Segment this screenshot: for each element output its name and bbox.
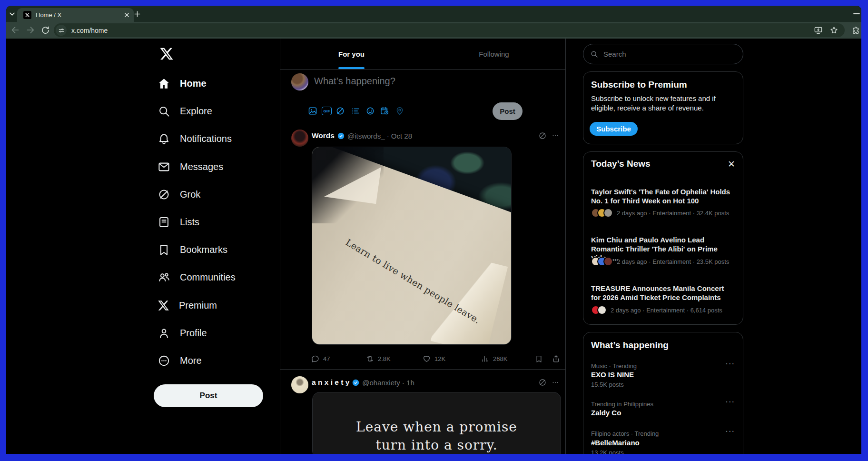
tweet1-header[interactable]: Words @itswords_ · Oct 28: [312, 131, 412, 140]
news-item-meta-row[interactable]: 2 days ago · Entertainment · 6,614 posts: [591, 305, 722, 315]
trend-more-icon[interactable]: ···: [726, 398, 735, 406]
news-item-meta: 2 days ago · Entertainment · 23.5K posts: [617, 258, 729, 265]
left-column-divider: [280, 39, 280, 454]
bookmark-button[interactable]: [534, 354, 543, 363]
tweet1-name[interactable]: Words: [312, 131, 335, 140]
reload-icon[interactable]: [40, 25, 50, 35]
sidebar-item-more[interactable]: More: [158, 347, 274, 374]
url-bar[interactable]: x.com/home: [54, 23, 845, 37]
composer-post-button[interactable]: Post: [493, 102, 523, 120]
location-icon: [395, 106, 404, 116]
install-app-icon[interactable]: [814, 26, 823, 35]
sidebar-item-premium[interactable]: Premium: [158, 291, 274, 319]
minimize-icon[interactable]: [853, 11, 860, 16]
sidebar-item-profile[interactable]: Profile: [158, 319, 274, 347]
subscribe-button[interactable]: Subscribe: [590, 122, 638, 136]
composer-avatar[interactable]: [291, 73, 308, 90]
verified-badge-icon: [352, 379, 360, 387]
search-icon: [590, 50, 598, 58]
news-item-meta-row[interactable]: 2 days ago · Entertainment · 32.4K posts: [591, 208, 729, 218]
lists-icon: [158, 216, 170, 229]
news-item-title[interactable]: Taylor Swift's 'The Fate of Ophelia' Hol…: [591, 187, 734, 205]
grok-actions-icon[interactable]: [538, 378, 547, 387]
trend-more-icon[interactable]: ···: [726, 428, 735, 435]
sidebar-item-explore[interactable]: Explore: [158, 97, 274, 125]
trend-category[interactable]: Filipino actors · Trending: [591, 430, 659, 437]
browser-tab[interactable]: Home / X: [17, 8, 134, 22]
trend-title[interactable]: Zaldy Co: [591, 409, 621, 417]
search-input[interactable]: [603, 50, 727, 58]
composer-input[interactable]: What’s happening?: [314, 76, 395, 87]
tab-title: Home / X: [36, 11, 124, 19]
grok-attach-icon[interactable]: [335, 106, 345, 116]
tweet2-avatar[interactable]: [291, 376, 308, 393]
grok-icon: [158, 188, 170, 201]
tweet1-image[interactable]: Learn to live when people leave.: [312, 147, 512, 345]
tweet1-meta[interactable]: @itswords_ · Oct 28: [347, 132, 412, 140]
sidebar-item-notifications[interactable]: Notifications: [158, 125, 274, 152]
trend-posts: 15.5K posts: [591, 381, 624, 388]
trend-category[interactable]: Music · Trending: [591, 362, 637, 370]
sidebar-item-label: Messages: [180, 161, 223, 172]
forward-icon[interactable]: [25, 25, 36, 35]
tweet2-image[interactable]: Leave when a promise turn into a sorry.: [312, 392, 561, 454]
views-count: 268K: [493, 355, 507, 362]
repost-button[interactable]: 2.8K: [365, 354, 391, 363]
tweet-divider: [280, 369, 565, 370]
grok-actions-icon[interactable]: [538, 131, 547, 140]
sidebar-item-lists[interactable]: Lists: [158, 208, 274, 236]
extensions-icon[interactable]: [851, 26, 860, 35]
share-icon: [552, 354, 561, 363]
tweet2-more-icon[interactable]: [551, 378, 560, 387]
search-icon: [158, 105, 170, 118]
sidebar-item-home[interactable]: Home: [158, 70, 274, 97]
tab-list-chevron-icon[interactable]: [9, 11, 15, 17]
tab-following[interactable]: Following: [423, 39, 565, 69]
reply-button[interactable]: 47: [311, 354, 330, 363]
back-icon[interactable]: [10, 25, 20, 35]
news-item-meta: 2 days ago · Entertainment · 32.4K posts: [617, 210, 729, 217]
news-header: Today’s News: [591, 159, 651, 169]
tab-close-icon[interactable]: [124, 12, 130, 18]
like-button[interactable]: 12K: [422, 354, 445, 363]
communities-icon: [158, 271, 170, 284]
post-button[interactable]: Post: [154, 384, 263, 407]
tweet2-header[interactable]: a n x i e t y @ohanxiety · 1h: [312, 378, 414, 387]
page-fold: [324, 160, 381, 204]
news-close-icon[interactable]: ✕: [728, 159, 735, 170]
new-tab-icon[interactable]: [134, 10, 141, 18]
home-icon: [158, 77, 170, 90]
trend-category[interactable]: Trending in Philippines: [591, 401, 653, 408]
sidebar-item-label: Premium: [179, 300, 217, 311]
schedule-icon[interactable]: [380, 106, 389, 116]
bookmark-icon: [158, 243, 170, 256]
tab-for-you[interactable]: For you: [280, 39, 423, 69]
news-item-title[interactable]: TREASURE Announces Manila Concert for 20…: [591, 284, 734, 302]
emoji-icon[interactable]: [365, 106, 375, 116]
sidebar-item-messages[interactable]: Messages: [158, 153, 274, 180]
media-icon[interactable]: [308, 106, 317, 116]
gif-icon[interactable]: GIF: [322, 107, 332, 115]
views-button[interactable]: 268K: [481, 354, 507, 363]
trend-title[interactable]: EXO IS NINE: [591, 371, 634, 379]
site-settings-icon[interactable]: [56, 25, 67, 36]
sidebar-item-grok[interactable]: Grok: [158, 180, 274, 208]
tweet2-image-line1: Leave when a promise: [313, 418, 561, 436]
sidebar-item-label: Profile: [180, 328, 207, 339]
trends-header: What’s happening: [591, 340, 669, 351]
sidebar-item-bookmarks[interactable]: Bookmarks: [158, 236, 274, 263]
news-item-meta-row[interactable]: 2 days ago · Entertainment · 23.5K posts: [591, 257, 729, 266]
sidebar-item-label: Explore: [180, 106, 212, 117]
tweet1-avatar[interactable]: [291, 130, 308, 147]
poll-icon[interactable]: [351, 106, 360, 116]
bookmark-star-icon[interactable]: [829, 26, 838, 35]
trend-more-icon[interactable]: ···: [726, 360, 735, 368]
x-logo-icon[interactable]: [159, 47, 174, 61]
share-button[interactable]: [552, 354, 561, 363]
tweet2-meta[interactable]: @ohanxiety · 1h: [362, 379, 414, 387]
tweet1-more-icon[interactable]: [551, 131, 560, 140]
trend-title[interactable]: #BelleMariano: [591, 439, 640, 447]
sidebar-item-communities[interactable]: Communities: [158, 263, 274, 291]
search-box[interactable]: [583, 44, 743, 64]
tweet2-name[interactable]: a n x i e t y: [312, 378, 349, 387]
